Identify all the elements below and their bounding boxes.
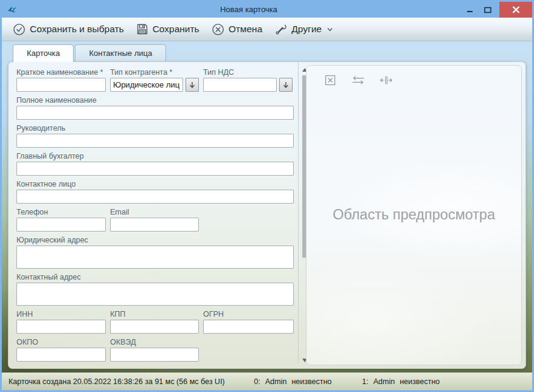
cancel-circle-icon [212,23,224,36]
others-label: Другие [291,24,322,35]
tab-card[interactable]: Карточка [13,44,74,62]
counterparty-type-dropdown-button[interactable] [186,78,199,92]
arrow-down-icon [283,81,289,89]
status-bar: Карточка создана 20.05.2022 16:38:26 за … [2,373,532,390]
session-index: 0: [254,377,260,386]
legal-address-label: Юридический адрес [16,236,294,246]
contact-person-field: Контактное лицо [16,180,294,204]
okved-field: ОКВЭД [110,338,199,362]
cancel-button[interactable]: Отмена [206,20,269,39]
kpp-field: КПП [110,310,199,334]
preview-placeholder-text: Область предпросмотра [332,206,496,223]
short-name-field: Краткое наименование * [16,68,106,92]
window-title: Новая карточка [50,2,447,18]
email-label: Email [110,208,199,218]
inn-field: ИНН [16,310,106,334]
save-floppy-icon [136,23,148,35]
email-field: Email [110,208,199,232]
email-input[interactable] [110,218,199,232]
status-message: Карточка создана 20.05.2022 16:38:26 за … [9,377,225,386]
session-0: 0: Admin неизвестно [254,377,332,386]
contact-address-input[interactable] [16,283,294,306]
full-name-field: Полное наименование [16,96,294,120]
check-circle-icon [13,23,26,36]
legal-address-field: Юридический адрес [16,236,294,269]
okpo-input[interactable] [16,348,106,362]
session-user: Admin [265,377,286,386]
phone-input[interactable] [16,218,106,232]
app-window: Новая карточка Сохранить и выбрать [0,0,534,392]
session-state: неизвестно [400,377,440,386]
cancel-label: Отмена [229,24,263,35]
phone-field: Телефон [16,208,106,232]
full-name-label: Полное наименование [16,96,294,106]
director-label: Руководитель [16,124,294,134]
session-index: 1: [362,377,368,386]
okpo-label: ОКПО [16,338,106,348]
vat-type-label: Тип НДС [203,68,293,78]
save-label: Сохранить [153,24,199,35]
save-button[interactable]: Сохранить [130,20,206,38]
toolbar: Сохранить и выбрать Сохранить [2,18,532,41]
tab-card-label: Карточка [27,49,60,58]
close-button[interactable] [499,2,532,18]
director-field: Руководитель [16,124,294,148]
contact-person-input[interactable] [16,190,294,204]
preview-toolbar [324,74,393,87]
inn-label: ИНН [16,310,106,320]
vat-type-field: Тип НДС [203,68,293,92]
session-state: неизвестно [291,377,331,386]
okpo-field: ОКПО [16,338,106,362]
phone-label: Телефон [16,208,106,218]
minimize-button[interactable] [462,2,477,18]
save-and-select-label: Сохранить и выбрать [30,24,124,35]
chief-accountant-label: Главный бухгалтер [16,152,294,162]
counterparty-type-field: Тип контрагента * [110,68,199,92]
chevron-down-icon [327,27,333,32]
wrench-icon [274,23,287,36]
counterparty-type-input[interactable] [110,78,183,92]
split-resize-icon[interactable] [380,74,393,87]
director-input[interactable] [16,134,294,148]
vat-type-dropdown-button[interactable] [279,78,293,92]
counterparty-type-label: Тип контрагента * [110,68,199,78]
full-name-input[interactable] [16,106,294,120]
kpp-input[interactable] [110,320,199,334]
short-name-input[interactable] [16,78,106,92]
okved-input[interactable] [110,348,199,362]
tab-contact-persons[interactable]: Контактные лица [75,44,166,62]
save-and-select-button[interactable]: Сохранить и выбрать [7,20,130,39]
app-logo-bird-icon [7,4,18,15]
vat-type-input[interactable] [203,78,277,92]
contact-person-label: Контактное лицо [16,180,294,190]
contact-address-label: Контактный адрес [16,273,294,283]
session-1: 1: Admin неизвестно [362,377,440,386]
inn-input[interactable] [16,320,106,334]
close-preview-icon[interactable] [324,74,337,87]
ogrn-label: ОГРН [203,310,294,320]
maximize-button[interactable] [480,2,496,18]
tab-strip: Карточка Контактные лица [13,44,167,62]
swap-arrows-icon[interactable] [352,74,365,87]
legal-address-input[interactable] [16,246,294,269]
others-menu-button[interactable]: Другие [268,20,339,39]
chief-accountant-field: Главный бухгалтер [16,152,294,176]
okved-label: ОКВЭД [110,338,199,348]
short-name-label: Краткое наименование * [16,68,106,78]
arrow-down-icon [189,81,195,89]
preview-panel: Область предпросмотра [306,65,522,365]
titlebar: Новая карточка [2,2,532,18]
card-content-panel: Краткое наименование * Тип контрагента *… [8,61,526,369]
contact-address-field: Контактный адрес [16,273,294,306]
ogrn-field: ОГРН [203,310,294,334]
card-form: Краткое наименование * Тип контрагента *… [9,62,299,363]
kpp-label: КПП [110,310,199,320]
chief-accountant-input[interactable] [16,162,294,176]
tab-contact-persons-label: Контактные лица [89,49,152,58]
session-user: Admin [373,377,395,386]
ogrn-input[interactable] [203,320,294,334]
